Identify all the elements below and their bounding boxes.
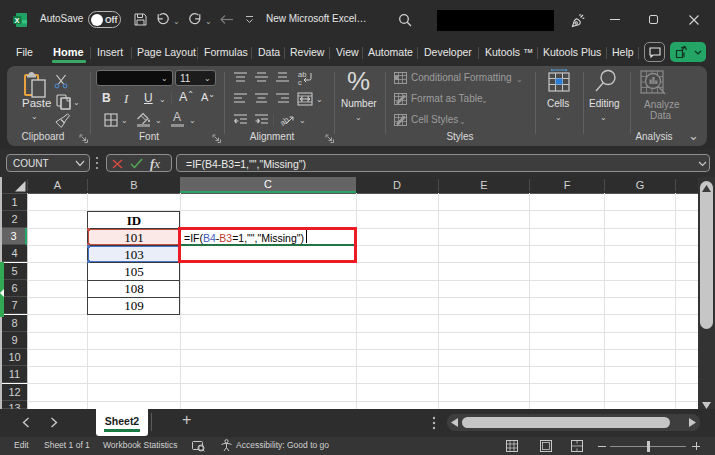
svg-text:X: X [14,16,19,25]
svg-text:c: c [298,78,302,86]
